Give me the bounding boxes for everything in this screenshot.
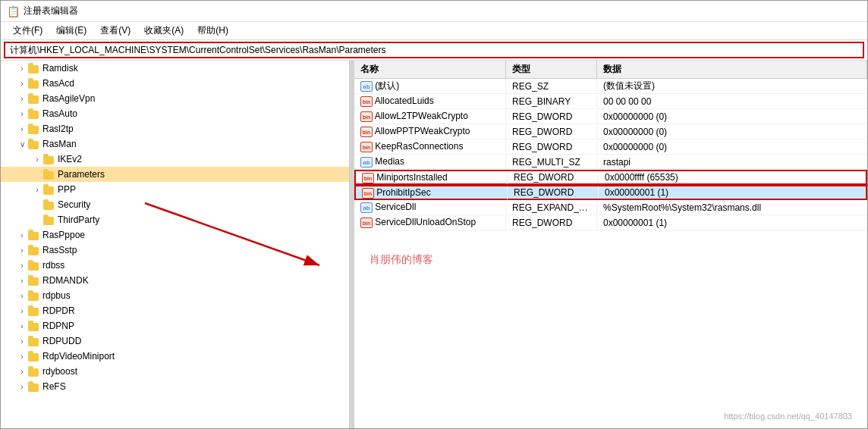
detail-row[interactable]: bin KeepRasConnections REG_DWORD 0x00000… [354, 139, 867, 155]
row-name: ab Medias [354, 155, 506, 168]
row-name: bin KeepRasConnections [354, 140, 506, 153]
expand-arrow: › [16, 261, 28, 270]
tree-item-label: PPP [58, 184, 76, 195]
expand-arrow: › [16, 246, 28, 255]
registry-editor-window: 📋 注册表编辑器 文件(F) 编辑(E) 查看(V) 收藏夹(A) 帮助(H) … [0, 0, 868, 429]
expand-arrow: › [16, 368, 28, 376]
detail-row[interactable]: ab (默认) REG_SZ (数值未设置) [354, 79, 867, 94]
row-type: REG_DWORD [506, 217, 597, 229]
expand-arrow: › [16, 337, 28, 346]
detail-row[interactable]: bin AllowPPTPWeakCrypto REG_DWORD 0x0000… [354, 124, 867, 139]
tree-item-rdpvideominiport[interactable]: › RdpVideoMiniport [1, 349, 349, 364]
row-data: 0x00000000 (0) [597, 141, 867, 153]
window-title: 注册表编辑器 [24, 5, 78, 17]
expand-arrow: › [16, 277, 28, 285]
row-data: 0x00000000 (0) [597, 111, 867, 123]
tree-item-label: Parameters [58, 169, 105, 180]
tree-item-label: ReFS [42, 381, 66, 392]
tree-item-rdyboost[interactable]: › rdyboost [1, 364, 349, 379]
menu-favorites[interactable]: 收藏夹(A) [138, 23, 190, 39]
row-data: rastapi [597, 156, 867, 168]
detail-row-miniports[interactable]: bin MiniportsInstalled REG_DWORD 0x0000f… [354, 170, 867, 185]
tree-item-thirdparty[interactable]: ThirdParty [1, 212, 349, 227]
title-bar: 📋 注册表编辑器 [1, 1, 867, 22]
tree-item-label: Ramdisk [42, 63, 78, 74]
tree-panel: › Ramdisk › RasAcd › RasAgileVpn › RasAu… [1, 61, 350, 428]
col-name: 名称 [354, 61, 506, 78]
tree-item-label: IKEv2 [58, 154, 82, 164]
folder-icon [28, 108, 40, 119]
tree-item-label: rdpbus [42, 290, 71, 301]
main-content: › Ramdisk › RasAcd › RasAgileVpn › RasAu… [1, 61, 867, 428]
expand-arrow: › [16, 95, 28, 103]
expand-arrow: › [16, 322, 28, 330]
detail-row[interactable]: bin AllocatedLuids REG_BINARY 00 00 00 0… [354, 94, 867, 109]
folder-icon [28, 366, 40, 377]
tree-item-rassstp[interactable]: › RasSstp [1, 243, 349, 258]
tree-item-ppp[interactable]: › PPP [1, 182, 349, 197]
expand-arrow: › [16, 80, 28, 88]
row-data: %SystemRoot%\System32\rasmans.dll [597, 202, 867, 214]
tree-item-label: rdbss [42, 260, 64, 271]
menu-bar: 文件(F) 编辑(E) 查看(V) 收藏夹(A) 帮助(H) [1, 22, 867, 40]
row-type: REG_SZ [506, 80, 597, 92]
expand-arrow [31, 216, 43, 224]
col-data: 数据 [597, 61, 867, 78]
col-type: 类型 [506, 61, 597, 78]
tree-item-rdpbus[interactable]: › rdpbus [1, 288, 349, 303]
tree-item-label: RDPUDD [42, 336, 81, 346]
tree-item-label: Rasl2tp [42, 124, 74, 134]
reg-bin-icon: bin [360, 142, 373, 152]
menu-file[interactable]: 文件(F) [7, 23, 49, 39]
expand-arrow: › [16, 64, 28, 73]
row-type: REG_MULTI_SZ [506, 156, 597, 168]
detail-row-servicedllunload[interactable]: bin ServiceDllUnloadOnStop REG_DWORD 0x0… [354, 215, 867, 230]
blog-watermark: 肖朋伟的博客 [370, 253, 433, 261]
tree-item-security[interactable]: Security [1, 197, 349, 212]
detail-header: 名称 类型 数据 [354, 61, 867, 79]
tree-item-ikev2[interactable]: › IKEv2 [1, 152, 349, 167]
row-data: (数值未设置) [597, 79, 867, 93]
row-type: REG_DWORD [506, 111, 597, 123]
menu-help[interactable]: 帮助(H) [191, 23, 234, 39]
detail-row-prohibitipsec[interactable]: bin ProhibitIpSec REG_DWORD 0x00000001 (… [354, 185, 867, 200]
tree-item-rasman[interactable]: ∨ RasMan [1, 136, 349, 152]
tree-item-label: RasAgileVpn [42, 93, 95, 104]
tree-item-label: ThirdParty [58, 214, 99, 225]
detail-row[interactable]: bin AllowL2TPWeakCrypto REG_DWORD 0x0000… [354, 109, 867, 124]
menu-edit[interactable]: 编辑(E) [50, 23, 93, 39]
expand-arrow: › [16, 383, 28, 391]
row-name: bin AllowPPTPWeakCrypto [354, 125, 506, 138]
tree-item-rdpudd[interactable]: › RDPUDD [1, 333, 349, 349]
menu-view[interactable]: 查看(V) [94, 23, 137, 39]
expand-arrow: ∨ [16, 140, 28, 149]
tree-item-refs[interactable]: › ReFS [1, 379, 349, 394]
tree-item-rasl2tp[interactable]: › Rasl2tp [1, 121, 349, 136]
expand-arrow [31, 201, 43, 209]
row-name: bin AllowL2TPWeakCrypto [354, 110, 506, 123]
tree-item-ramdisk[interactable]: › Ramdisk [1, 61, 349, 76]
detail-row-servicedll[interactable]: ab ServiceDll REG_EXPAND_SZ %SystemRoot%… [354, 200, 867, 215]
tree-item-label: RasSstp [42, 245, 77, 255]
folder-icon [43, 199, 55, 210]
app-icon: 📋 [7, 5, 19, 17]
row-type: REG_BINARY [506, 96, 597, 108]
row-data: 0x00000001 (1) [597, 217, 867, 229]
address-label: 计算机\HKEY_LOCAL_MACHINE\SYSTEM\CurrentCon… [10, 44, 386, 57]
tree-item-rdpnp[interactable]: › RDPNP [1, 318, 349, 333]
tree-item-rasagilevpn[interactable]: › RasAgileVpn [1, 91, 349, 106]
tree-item-label: rdyboost [42, 366, 77, 377]
folder-icon [43, 169, 55, 180]
tree-item-raspppoe[interactable]: › RasPppoe [1, 227, 349, 243]
detail-row[interactable]: ab Medias REG_MULTI_SZ rastapi [354, 155, 867, 170]
tree-item-rasacd[interactable]: › RasAcd [1, 76, 349, 91]
expand-arrow [31, 171, 43, 179]
tree-item-rdbss[interactable]: › rdbss [1, 258, 349, 273]
tree-item-rasauto[interactable]: › RasAuto [1, 106, 349, 121]
tree-item-label: RasAcd [42, 78, 74, 89]
tree-item-label: RDMANDK [42, 275, 89, 286]
tree-item-parameters[interactable]: Parameters [1, 167, 349, 182]
tree-item-rdpdr[interactable]: › RDPDR [1, 303, 349, 318]
reg-bin-icon: bin [360, 96, 373, 107]
tree-item-rdmandk[interactable]: › RDMANDK [1, 273, 349, 288]
